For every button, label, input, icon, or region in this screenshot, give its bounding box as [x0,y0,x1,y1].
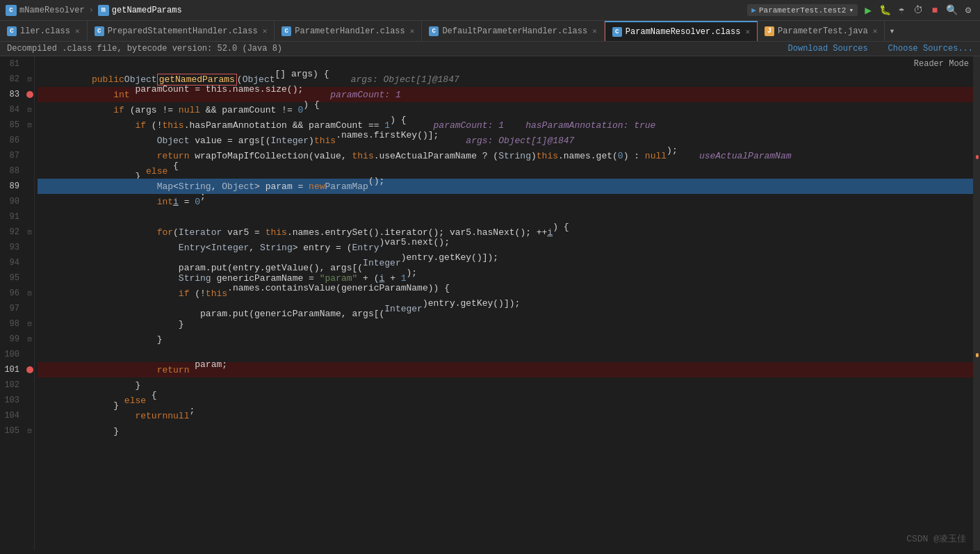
gutter-row-86: 86 [0,133,34,148]
tab-label: ParamNameResolver.class [626,27,741,37]
fold-icon-82[interactable]: ⊟ [27,75,31,83]
search-button[interactable]: 🔍 [945,4,958,17]
gutter-row-103: 103 [0,393,34,408]
fold-icon-92[interactable]: ⊟ [27,228,31,236]
line-number-102: 102 [0,380,25,390]
line-number-99: 99 [0,334,25,344]
code-container: Reader Mode 81 82 ⊟ 83 84 ⊟ [0,56,980,551]
run-button[interactable]: ▶ [862,4,874,17]
code-line-88: } else { [38,163,973,179]
tab-java-icon: J [765,26,774,36]
line-number-86: 86 [0,136,25,145]
line-number-85: 85 [0,120,25,130]
gutter-icons-98: ⊟ [25,320,34,328]
tab-preparedstatementhandler[interactable]: c PreparedStatementHandler.class ✕ [88,21,275,42]
gutter-row-82: 82 ⊟ [0,72,34,87]
line-number-88: 88 [0,166,25,176]
code-line-89: Map<String, Object> param = new ParamMap… [38,179,973,194]
gutter-icons-101[interactable] [25,366,34,373]
tab-ller-class[interactable]: c ller.class ✕ [0,21,88,42]
stop-button[interactable]: ■ [929,4,941,17]
tab-label: ParameterHandler.class [295,26,405,36]
code-line-84: if (args != null && paramCount != 0) { [38,102,973,117]
line-number-92: 92 [0,227,25,237]
gutter-row-88: 88 [0,163,34,179]
line-number-98: 98 [0,319,25,329]
gutter-row-93: 93 [0,240,34,255]
gutter-row-85: 85 ⊟ [0,117,34,133]
tab-parameterhandler[interactable]: c ParameterHandler.class ✕ [275,21,422,42]
code-line-105: } [38,423,973,439]
line-number-97: 97 [0,304,25,313]
gutter-row-87: 87 [0,148,34,163]
line-number-91: 91 [0,212,25,222]
reader-mode-button[interactable]: Reader Mode [914,59,969,69]
line-number-93: 93 [0,243,25,252]
download-sources-link[interactable]: Download Sources [788,44,868,54]
tab-defaultparameterhandler[interactable]: c DefaultParameterHandler.class ✕ [422,21,604,42]
tabs-bar: c ller.class ✕ c PreparedStatementHandle… [0,21,980,42]
gutter-icons-92: ⊟ [25,228,34,236]
code-line-86: Object value = args[(Integer)this.names.… [38,133,973,148]
tab-close-icon[interactable]: ✕ [873,26,878,35]
debug-button[interactable]: 🐛 [879,4,891,17]
profile-button[interactable]: ⏱ [912,4,924,17]
code-line-90: int i = 0; [38,194,973,209]
tab-parametertest[interactable]: J ParameterTest.java ✕ [758,21,885,42]
tab-label: ParameterTest.java [778,26,868,36]
gutter-icons-83[interactable] [25,91,34,98]
tab-overflow-button[interactable]: ▾ [885,25,899,37]
tab-class-icon: c [612,27,622,37]
breadcrumb-item-2[interactable]: getNamedParams [112,6,182,15]
code-editor[interactable]: public Object getNamedParams(Object[] ar… [35,56,973,551]
gutter-row-81: 81 [0,56,34,72]
choose-sources-link[interactable]: Choose Sources... [888,44,973,54]
gutter-row-105: 105 ⊟ [0,423,34,439]
gutter-row-83: 83 [0,87,34,102]
line-number-95: 95 [0,273,25,283]
run-config-icon: ▶ [751,6,756,15]
tab-close-icon[interactable]: ✕ [592,26,597,35]
fold-icon-98[interactable]: ⊟ [27,320,31,328]
line-number-96: 96 [0,288,25,298]
settings-button[interactable]: ⚙ [962,4,974,17]
notif-text: Decompiled .class file, bytecode version… [7,44,282,54]
gutter-row-90: 90 [0,194,34,209]
code-line-99: } [38,332,973,347]
breadcrumb: c mNameResolver › m getNamedParams [6,5,182,16]
breadcrumb-item-1[interactable]: mNameResolver [19,6,85,15]
line-gutter: 81 82 ⊟ 83 84 ⊟ 85 ⊟ [0,56,35,551]
gutter-row-102: 102 [0,377,34,393]
tab-close-icon[interactable]: ✕ [410,26,415,35]
tab-close-icon[interactable]: ✕ [745,27,750,36]
scroll-marker-1 [976,155,979,159]
fold-icon-105[interactable]: ⊟ [27,427,31,435]
gutter-row-91: 91 [0,209,34,225]
run-coverage-button[interactable]: ☂ [895,4,908,17]
tab-class-icon: c [429,26,439,36]
fold-icon-96[interactable]: ⊟ [27,289,31,298]
line-number-83: 83 [0,90,25,99]
fold-icon-85[interactable]: ⊟ [27,121,31,129]
gutter-icons-82: ⊟ [25,75,34,83]
code-line-85: if (!this.hasParamAnnotation && paramCou… [38,117,973,133]
tab-label: ller.class [20,26,70,36]
gutter-icons-105: ⊟ [25,427,34,435]
top-bar: c mNameResolver › m getNamedParams ▶ Par… [0,0,980,21]
breakpoint-83[interactable] [26,91,33,98]
line-number-87: 87 [0,151,25,161]
line-number-90: 90 [0,197,25,206]
tab-label: PreparedStatementHandler.class [108,26,258,36]
gutter-icons-84: ⊟ [25,106,34,114]
fold-icon-99[interactable]: ⊟ [27,335,31,343]
gutter-row-96: 96 ⊟ [0,286,34,301]
tab-paramnameresolver[interactable]: c ParamNameResolver.class ✕ [605,21,758,42]
line-number-101: 101 [0,365,25,375]
fold-icon-84[interactable]: ⊟ [27,106,31,114]
breakpoint-101[interactable] [26,366,33,373]
tab-class-icon: c [95,26,104,36]
tab-close-icon[interactable]: ✕ [263,26,268,35]
toolbar-right: ▶ ParameterTest.test2 ▾ ▶ 🐛 ☂ ⏱ ■ 🔍 ⚙ [747,4,974,17]
tab-close-icon[interactable]: ✕ [75,26,80,35]
run-config-selector[interactable]: ▶ ParameterTest.test2 ▾ [747,4,858,16]
